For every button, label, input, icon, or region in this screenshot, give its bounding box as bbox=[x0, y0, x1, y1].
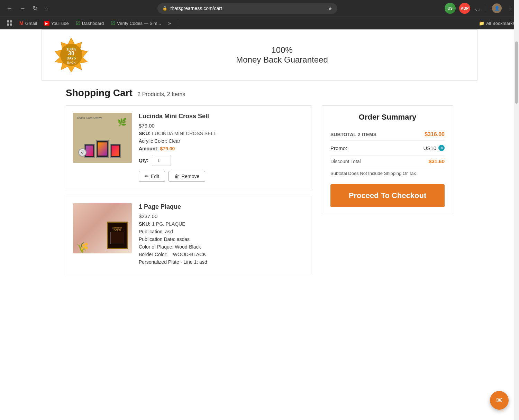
item-2-image: ADMISSIONPLAQUE 🌾 bbox=[73, 203, 132, 253]
promo-code-value: US10 bbox=[423, 145, 436, 151]
separator bbox=[178, 20, 178, 27]
dashboard-icon: ☑ bbox=[76, 20, 80, 26]
bookmark-dashboard-label: Dashboard bbox=[82, 21, 104, 26]
scrollbar-thumb[interactable] bbox=[515, 41, 518, 104]
order-summary: Order Summary SUBTOTAL 2 ITEMS $316.00 P… bbox=[322, 105, 453, 214]
checkout-button[interactable]: Proceed To Checkout bbox=[330, 184, 445, 207]
extensions-button[interactable]: ◡ bbox=[474, 3, 482, 13]
address-bar[interactable]: 🔒 thatsgreatness.com/cart ★ bbox=[157, 3, 337, 14]
trash-icon: 🗑 bbox=[174, 174, 179, 179]
item-2-color-value: Wood-Black bbox=[175, 244, 201, 250]
bookmark-youtube[interactable]: ▶ YouTube bbox=[41, 20, 72, 27]
refresh-button[interactable]: ↻ bbox=[30, 3, 40, 13]
extension-abp-icon[interactable]: ABP bbox=[459, 3, 470, 14]
order-summary-title: Order Summary bbox=[330, 113, 445, 122]
item-2-details: 1 Page Plaque $237.00 SKU: 1 PG. PLAQUE … bbox=[139, 203, 304, 267]
promo-remove-button[interactable]: ✕ bbox=[438, 145, 445, 151]
item-1-actions: ✏ Edit 🗑 Remove bbox=[139, 171, 304, 182]
frame-3-img bbox=[112, 146, 119, 156]
menu-button[interactable]: ⋮ bbox=[505, 3, 515, 14]
plaque-frame: ADMISSIONPLAQUE bbox=[107, 222, 128, 249]
subtotal-value: $316.00 bbox=[425, 131, 445, 138]
item-1-remove-button[interactable]: 🗑 Remove bbox=[169, 171, 205, 182]
item-2-border-label: Border Color: bbox=[139, 252, 167, 257]
item-2-name: 1 Page Plaque bbox=[139, 203, 304, 211]
lucinda-image-bg: That's Great News bbox=[73, 113, 132, 163]
x-icon: ✕ bbox=[440, 146, 443, 150]
item-2-plate-value: asd bbox=[199, 259, 207, 265]
item-2-border-value: WOOD-BLACK bbox=[173, 252, 206, 257]
browser-chrome: ← → ↻ ⌂ 🔒 thatsgreatness.com/cart ★ US A… bbox=[0, 0, 519, 29]
forward-button[interactable]: → bbox=[17, 3, 28, 13]
bookmarks-more[interactable]: » bbox=[165, 19, 174, 27]
clock-icon: ⏱ bbox=[78, 148, 86, 157]
bookmark-gmail-label: Gmail bbox=[25, 21, 37, 26]
item-2-pubdate-label: Publication Date: bbox=[139, 236, 175, 242]
subtotal-label: SUBTOTAL 2 ITEMS bbox=[330, 132, 376, 137]
subtotal-row: SUBTOTAL 2 ITEMS $316.00 bbox=[330, 129, 445, 141]
item-2-pubdate: Publication Date: asdas bbox=[139, 236, 304, 242]
item-2-pub: Publication: asd bbox=[139, 229, 304, 234]
item-1-name: Lucinda Mini Cross Sell bbox=[139, 113, 304, 120]
item-1-amount-value: $79.00 bbox=[160, 146, 175, 151]
youtube-icon: ▶ bbox=[44, 21, 49, 26]
bookmark-dashboard[interactable]: ☑ Dashboard bbox=[73, 19, 107, 27]
item-2-sku-label: SKU: bbox=[139, 221, 151, 227]
item-2-price: $237.00 bbox=[139, 213, 304, 219]
all-bookmarks[interactable]: 📁 All Bookmarks bbox=[479, 21, 515, 26]
cart-item-2: ADMISSIONPLAQUE 🌾 1 Page Plaque $237.00 … bbox=[66, 196, 311, 274]
promo-row: Promo: US10 ✕ bbox=[330, 141, 445, 156]
summary-note: Subtotal Does Not Include Shipping Or Ta… bbox=[330, 167, 445, 181]
item-1-price: $79.00 bbox=[139, 123, 304, 129]
browser-titlebar: ← → ↻ ⌂ 🔒 thatsgreatness.com/cart ★ US A… bbox=[0, 0, 519, 17]
promo-code-area: US10 ✕ bbox=[423, 145, 445, 151]
bookmark-verify[interactable]: ☑ Verify Codes — Sim... bbox=[108, 19, 164, 27]
bookmark-youtube-label: YouTube bbox=[51, 21, 69, 26]
cart-item-1: That's Great News bbox=[66, 105, 311, 189]
edit-icon: ✏ bbox=[145, 174, 149, 179]
back-button[interactable]: ← bbox=[4, 3, 15, 13]
svg-text:DAYS: DAYS bbox=[67, 56, 76, 60]
frame-2 bbox=[97, 140, 109, 158]
address-bar-container: 🔒 thatsgreatness.com/cart ★ bbox=[53, 3, 442, 14]
cart-title: Shopping Cart bbox=[66, 87, 133, 98]
plant-icon: 🌿 bbox=[117, 118, 127, 127]
extension-us-icon[interactable]: US bbox=[445, 3, 456, 14]
discount-label: Discount Total bbox=[330, 159, 361, 164]
apps-icon bbox=[7, 20, 12, 26]
cart-subtitle: 2 Products, 2 Items bbox=[137, 91, 185, 97]
profile-icon[interactable]: 👤 bbox=[492, 3, 502, 13]
item-2-plate: Personalized Plate - Line 1: asd bbox=[139, 259, 304, 265]
scrollbar[interactable] bbox=[514, 0, 519, 420]
item-1-qty-label: Qty: bbox=[139, 158, 148, 163]
bookmark-apps[interactable] bbox=[4, 19, 15, 27]
item-2-sku: SKU: 1 PG. PLAQUE bbox=[139, 221, 304, 227]
gmail-icon: M bbox=[19, 20, 24, 26]
item-1-attr-label: Acrylic Color: bbox=[139, 138, 167, 144]
chat-bubble[interactable]: ✉ bbox=[490, 391, 509, 410]
item-1-qty-input[interactable] bbox=[152, 155, 171, 166]
item-2-pub-value: asd bbox=[165, 229, 173, 234]
verify-icon: ☑ bbox=[111, 20, 115, 26]
folder-icon: 📁 bbox=[479, 21, 484, 26]
page-content: 100% 30 DAYS BACK 100% Money Back Guaran… bbox=[0, 29, 519, 410]
item-2-pubdate-value: asdas bbox=[177, 236, 190, 242]
home-button[interactable]: ⌂ bbox=[43, 3, 51, 13]
item-2-color-label: Color of Plaque: bbox=[139, 244, 173, 250]
cart-header: Shopping Cart 2 Products, 2 Items bbox=[66, 87, 453, 99]
plaque-image-area bbox=[110, 232, 124, 244]
star-icon[interactable]: ★ bbox=[328, 5, 333, 12]
mini-frames-group bbox=[84, 140, 121, 158]
guarantee-badge: 100% 30 DAYS BACK bbox=[52, 36, 90, 74]
bookmark-verify-label: Verify Codes — Sim... bbox=[117, 21, 161, 26]
bookmark-gmail[interactable]: M Gmail bbox=[17, 19, 40, 27]
guarantee-text: 100% Money Back Guaranteed bbox=[97, 45, 467, 65]
item-2-plate-label: Personalized Plate - Line 1: bbox=[139, 259, 198, 265]
item-1-image: That's Great News bbox=[73, 113, 132, 163]
item-1-edit-button[interactable]: ✏ Edit bbox=[139, 171, 165, 182]
item-1-remove-label: Remove bbox=[181, 174, 199, 179]
cart-items: That's Great News bbox=[66, 105, 311, 281]
all-bookmarks-label: All Bookmarks bbox=[486, 21, 515, 26]
brand-text: That's Great News bbox=[76, 116, 102, 120]
bookmarks-bar: M Gmail ▶ YouTube ☑ Dashboard ☑ Verify C… bbox=[0, 17, 519, 29]
